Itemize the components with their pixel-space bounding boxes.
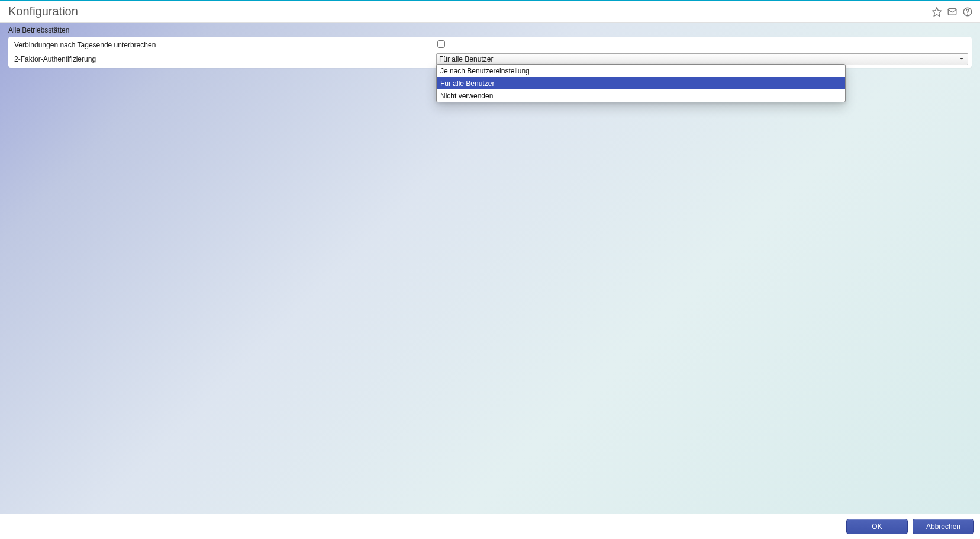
disconnect-checkbox[interactable] [437,40,445,48]
twofa-select-value: Für alle Benutzer [439,55,493,63]
ok-button[interactable]: OK [846,519,908,534]
twofa-dropdown[interactable]: Je nach Benutzereinstellung Für alle Ben… [436,64,846,102]
chevron-down-icon [958,55,965,64]
mail-icon[interactable] [947,7,958,17]
svg-marker-0 [933,7,942,16]
twofa-option-disabled[interactable]: Nicht verwenden [437,89,845,102]
twofa-option-all-users[interactable]: Für alle Benutzer [437,77,845,89]
settings-panel: Verbindungen nach Tagesende unterbrechen… [8,37,972,68]
page-header: Konfiguration [0,1,980,23]
star-icon[interactable] [931,7,942,17]
help-icon[interactable] [962,7,973,17]
setting-twofa-control: Für alle Benutzer [436,53,972,65]
setting-disconnect-label: Verbindungen nach Tagesende unterbrechen [8,41,436,49]
footer-bar: OK Abbrechen [0,514,980,539]
page-title: Konfiguration [8,5,78,18]
setting-twofa-label: 2-Faktor-Authentifizierung [8,55,436,63]
section-label: Alle Betriebsstätten [0,23,980,37]
setting-disconnect-control [436,40,972,50]
twofa-option-user-setting[interactable]: Je nach Benutzereinstellung [437,65,845,77]
svg-point-3 [968,14,968,14]
content-area: Alle Betriebsstätten Verbindungen nach T… [0,23,980,514]
cancel-button[interactable]: Abbrechen [913,519,974,534]
setting-disconnect-row: Verbindungen nach Tagesende unterbrechen [8,38,972,52]
header-icons [931,7,973,17]
twofa-select[interactable]: Für alle Benutzer [436,53,968,65]
